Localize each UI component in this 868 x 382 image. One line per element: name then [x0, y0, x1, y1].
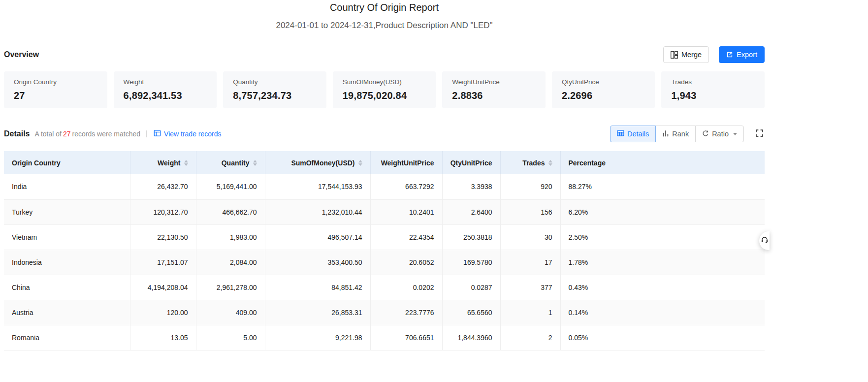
cell-weightunitprice: 20.6052	[370, 250, 442, 275]
table-body: India26,432.705,169,441.0017,544,153.936…	[4, 174, 765, 350]
stat-label: Origin Country	[14, 78, 97, 86]
cell-weight: 120,312.70	[130, 199, 196, 224]
column-header-percentage: Percentage	[560, 151, 765, 174]
fullscreen-button[interactable]	[754, 128, 765, 140]
column-header-weightunitprice: WeightUnitPrice	[370, 151, 442, 174]
cell-quantity: 2,084.00	[196, 250, 265, 275]
column-label: Trades	[522, 159, 545, 167]
table-row[interactable]: Vietnam22,130.501,983.00496,507.1422.435…	[4, 224, 765, 250]
merge-button[interactable]: Merge	[663, 46, 709, 63]
page-subtitle: 2024-01-01 to 2024-12-31,Product Descrip…	[4, 21, 765, 31]
cell-origin-country: Indonesia	[4, 250, 130, 275]
column-header-trades[interactable]: Trades	[500, 151, 560, 174]
column-header-weight[interactable]: Weight	[130, 151, 196, 174]
details-bar: Details A total of27records were matched…	[4, 125, 765, 143]
cell-sumofmoney-usd: 26,853.31	[265, 300, 370, 325]
overview-section-title: Overview	[4, 50, 39, 59]
report-page: Country Of Origin Report 2024-01-01 to 2…	[4, 0, 765, 350]
stat-label: Trades	[671, 78, 755, 86]
stat-card-trades: Trades 1,943	[661, 71, 765, 108]
toggle-ratio-label: Ratio	[712, 130, 729, 138]
cell-trades: 2	[500, 325, 560, 350]
table-row[interactable]: Indonesia17,151.072,084.00353,400.5020.6…	[4, 250, 765, 275]
cell-weight: 17,151.07	[130, 250, 196, 275]
details-right: Details Rank Ratio	[610, 126, 765, 142]
stat-value: 2.2696	[562, 90, 645, 101]
sort-icon[interactable]	[253, 160, 257, 166]
cell-quantity: 466,662.70	[196, 199, 265, 224]
cell-qtyunitprice: 250.3818	[442, 224, 500, 250]
cell-sumofmoney-usd: 1,232,010.44	[265, 199, 370, 224]
table-row[interactable]: China4,194,208.042,961,278.0084,851.420.…	[4, 275, 765, 300]
cell-sumofmoney-usd: 9,221.98	[265, 325, 370, 350]
cell-weight: 13.05	[130, 325, 196, 350]
stat-card-weightunitprice: WeightUnitPrice 2.8836	[442, 71, 546, 108]
cell-sumofmoney-usd: 84,851.42	[265, 275, 370, 300]
origin-country-table: Origin CountryWeightQuantitySumOfMoney(U…	[4, 151, 765, 350]
cell-origin-country: Turkey	[4, 199, 130, 224]
column-label: SumOfMoney(USD)	[291, 159, 354, 167]
column-label: Quantity	[222, 159, 250, 167]
match-count: 27	[63, 130, 71, 138]
cell-sumofmoney-usd: 496,507.14	[265, 224, 370, 250]
column-header-quantity[interactable]: Quantity	[196, 151, 265, 174]
stat-value: 19,875,020.84	[343, 90, 426, 101]
cell-quantity: 1,983.00	[196, 224, 265, 250]
cell-qtyunitprice: 3.3938	[442, 174, 500, 199]
cell-weight: 22,130.50	[130, 224, 196, 250]
cell-weightunitprice: 22.4354	[370, 224, 442, 250]
stat-value: 6,892,341.53	[124, 90, 207, 101]
table-row[interactable]: Turkey120,312.70466,662.701,232,010.4410…	[4, 199, 765, 224]
details-section-title: Details	[4, 129, 30, 138]
column-header-sumofmoney-usd[interactable]: SumOfMoney(USD)	[265, 151, 370, 174]
toggle-ratio-button[interactable]: Ratio	[695, 126, 744, 142]
cell-origin-country: China	[4, 275, 130, 300]
export-button[interactable]: Export	[719, 46, 765, 63]
column-label: Weight	[158, 159, 180, 167]
cell-trades: 377	[500, 275, 560, 300]
column-label: Origin Country	[12, 159, 61, 167]
cell-weightunitprice: 706.6651	[370, 325, 442, 350]
cell-weight: 26,432.70	[130, 174, 196, 199]
match-prefix: A total of	[34, 130, 61, 138]
cell-qtyunitprice: 169.5780	[442, 250, 500, 275]
cell-percentage: 0.14%	[560, 300, 765, 325]
cell-trades: 30	[500, 224, 560, 250]
cell-sumofmoney-usd: 353,400.50	[265, 250, 370, 275]
overview-bar: Overview Merge Export	[4, 46, 765, 64]
column-header-qtyunitprice: QtyUnitPrice	[442, 151, 500, 174]
toggle-rank-button[interactable]: Rank	[655, 126, 696, 142]
ratio-refresh-icon	[702, 130, 709, 138]
toggle-details-button[interactable]: Details	[610, 126, 656, 142]
cell-origin-country: Austria	[4, 300, 130, 325]
table-row[interactable]: India26,432.705,169,441.0017,544,153.936…	[4, 174, 765, 199]
cell-quantity: 2,961,278.00	[196, 275, 265, 300]
table-row[interactable]: Romania13.055.009,221.98706.66511,844.39…	[4, 325, 765, 350]
column-label: QtyUnitPrice	[450, 159, 492, 167]
details-table-icon	[617, 129, 624, 138]
stat-value: 2.8836	[452, 90, 536, 101]
export-icon	[726, 51, 733, 58]
cell-trades: 17	[500, 250, 560, 275]
sort-icon[interactable]	[358, 160, 362, 166]
view-trade-records-label: View trade records	[164, 130, 221, 138]
toggle-details-label: Details	[627, 130, 649, 138]
rank-icon	[662, 130, 669, 138]
sort-icon[interactable]	[548, 160, 552, 166]
cell-quantity: 5,169,441.00	[196, 174, 265, 199]
cell-percentage: 2.50%	[560, 224, 765, 250]
table-row[interactable]: Austria120.00409.0026,853.31223.777665.6…	[4, 300, 765, 325]
cell-percentage: 0.43%	[560, 275, 765, 300]
cell-qtyunitprice: 0.0287	[442, 275, 500, 300]
stat-card-weight: Weight 6,892,341.53	[114, 71, 217, 108]
stat-value: 8,757,234.73	[233, 90, 317, 101]
cell-origin-country: Romania	[4, 325, 130, 350]
overview-stats: Origin Country 27 Weight 6,892,341.53 Qu…	[4, 71, 765, 108]
sort-icon[interactable]	[184, 160, 188, 166]
cell-weight: 120.00	[130, 300, 196, 325]
cell-trades: 920	[500, 174, 560, 199]
details-left: Details A total of27records were matched…	[4, 129, 222, 138]
view-trade-records-link[interactable]: View trade records	[154, 129, 221, 138]
stat-label: Quantity	[233, 78, 317, 86]
stat-card-sumofmoney: SumOfMoney(USD) 19,875,020.84	[333, 71, 436, 108]
